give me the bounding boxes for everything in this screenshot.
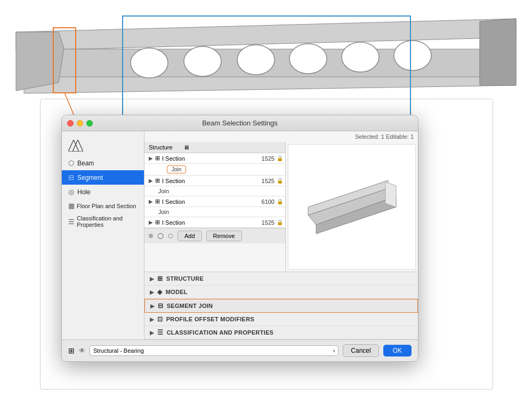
class-icon: ☰ bbox=[68, 218, 75, 226]
join-button-1[interactable]: Join bbox=[167, 165, 186, 173]
dialog: Beam Selection Settings ⬡ Beam ⊟ Segment… bbox=[61, 115, 418, 362]
svg-marker-0 bbox=[16, 19, 516, 51]
model-icon: ◈ bbox=[157, 288, 162, 296]
table-bottom-label: ⬡ bbox=[168, 233, 173, 240]
sidebar-item-segment[interactable]: ⊟ Segment bbox=[62, 170, 144, 185]
table-row-join-3: Join bbox=[144, 207, 285, 217]
i-section-icon-2: ⊞ bbox=[155, 177, 160, 184]
section-classification-props[interactable]: ▶ ☰ CLASSIFICATION AND PROPERTIES bbox=[144, 326, 418, 339]
row-label-2: I Section bbox=[162, 178, 251, 184]
segment-join-icon: ⊟ bbox=[158, 302, 163, 310]
app-logo-icon bbox=[68, 140, 83, 152]
beam-illustration bbox=[16, 19, 516, 93]
lock-icon-1: 🔒 bbox=[277, 155, 283, 161]
svg-point-10 bbox=[394, 41, 431, 70]
join-label-2: Join bbox=[158, 188, 169, 194]
dialog-footer: ⊞ 👁 Structural - Bearing › Cancel OK bbox=[62, 339, 418, 361]
profile-icon: ⊡ bbox=[157, 315, 163, 323]
expand-icon-1: ▶ bbox=[149, 155, 153, 161]
floor-icon: ▦ bbox=[68, 202, 75, 210]
svg-point-5 bbox=[131, 48, 168, 78]
dialog-title: Beam Selection Settings bbox=[202, 119, 278, 127]
maximize-button[interactable] bbox=[86, 120, 93, 126]
profile-expand-icon: ▶ bbox=[150, 316, 154, 322]
classification-icon: ☰ bbox=[157, 329, 163, 336]
chevron-right-icon: › bbox=[333, 347, 335, 354]
table-row-join-1: Join bbox=[144, 164, 285, 176]
i-section-icon-1: ⊞ bbox=[155, 155, 160, 162]
section-model[interactable]: ▶ ◈ MODEL bbox=[144, 286, 418, 299]
svg-marker-11 bbox=[480, 19, 516, 85]
minimize-button[interactable] bbox=[77, 120, 83, 126]
classification-expand-icon: ▶ bbox=[150, 330, 154, 336]
sidebar-item-beam[interactable]: ⬡ Beam bbox=[62, 156, 144, 170]
row-label-1: I Section bbox=[162, 155, 251, 162]
collapsible-sections: ▶ ⊞ STRUCTURE ▶ ◈ MODEL ▶ ⊟ SEGMENT JOIN… bbox=[144, 272, 418, 339]
sidebar: ⬡ Beam ⊟ Segment ◎ Hole ▦ Floor Plan and… bbox=[62, 131, 144, 339]
row-label-4: I Section bbox=[162, 219, 251, 226]
svg-point-9 bbox=[342, 42, 379, 72]
table-header: Structure 🖥 bbox=[144, 142, 285, 153]
table-row-3: ▶ ⊞ I Section 6100 🔒 bbox=[144, 196, 285, 207]
sidebar-item-classification[interactable]: ☰ Classification and Properties bbox=[62, 212, 144, 231]
row-label-3: I Section bbox=[162, 199, 251, 205]
join-label-3: Join bbox=[158, 209, 169, 215]
ok-button[interactable]: OK bbox=[383, 345, 412, 357]
selected-info: Selected: 1 Editable: 1 bbox=[144, 131, 418, 142]
svg-point-6 bbox=[184, 46, 221, 76]
table-row-join-2: Join bbox=[144, 186, 285, 196]
structure-col-header: Structure bbox=[149, 144, 173, 151]
dialog-body: ⬡ Beam ⊟ Segment ◎ Hole ▦ Floor Plan and… bbox=[62, 131, 418, 339]
structure-expand-icon: ▶ bbox=[150, 276, 154, 282]
section-segment-join[interactable]: ▶ ⊟ SEGMENT JOIN bbox=[144, 299, 418, 313]
preview-area bbox=[288, 144, 416, 270]
i-section-icon-3: ⊞ bbox=[155, 198, 160, 205]
sidebar-logo-area bbox=[62, 136, 144, 156]
section-profile-offset[interactable]: ▶ ⊡ PROFILE OFFSET MODIFIERS bbox=[144, 313, 418, 326]
traffic-lights bbox=[67, 120, 93, 126]
beam-icon: ⬡ bbox=[68, 159, 74, 167]
table-row-2: ▶ ⊞ I Section 1525 🔒 bbox=[144, 176, 285, 186]
segment-join-expand-icon: ▶ bbox=[150, 303, 155, 309]
lock-icon-4: 🔒 bbox=[277, 219, 283, 225]
sidebar-item-floor-plan[interactable]: ▦ Floor Plan and Section bbox=[62, 199, 144, 212]
svg-point-7 bbox=[237, 45, 275, 75]
row-value-2: 1525 bbox=[251, 178, 275, 184]
segment-icon: ⊟ bbox=[68, 173, 74, 181]
beam-preview-svg bbox=[303, 172, 401, 242]
table-bottom-bar: ⬡ ⬡ Add Remove bbox=[144, 228, 285, 243]
svg-marker-17 bbox=[385, 182, 396, 207]
cancel-button[interactable]: Cancel bbox=[343, 344, 378, 357]
hole-icon: ◎ bbox=[68, 188, 74, 196]
svg-marker-4 bbox=[480, 19, 516, 85]
table-row-4: ▶ ⊞ I Section 1525 🔒 bbox=[144, 217, 285, 228]
monitor-icon: 🖥 bbox=[183, 144, 189, 151]
svg-point-8 bbox=[289, 44, 327, 74]
lock-icon-2: 🔒 bbox=[277, 178, 283, 184]
dot-indicator bbox=[149, 234, 153, 238]
footer-eye-icon: 👁 bbox=[79, 347, 85, 354]
section-structure[interactable]: ▶ ⊞ STRUCTURE bbox=[144, 272, 418, 286]
row-value-4: 1525 bbox=[251, 219, 275, 226]
row-value-1: 1525 bbox=[251, 155, 275, 162]
table-bottom-icon: ⬡ bbox=[157, 232, 164, 240]
expand-icon-2: ▶ bbox=[149, 178, 153, 184]
model-expand-icon: ▶ bbox=[150, 289, 154, 295]
i-section-icon-4: ⊞ bbox=[155, 219, 160, 226]
svg-rect-2 bbox=[17, 49, 515, 77]
sidebar-item-hole[interactable]: ◎ Hole bbox=[62, 185, 144, 199]
orange-highlight-rect bbox=[53, 28, 76, 93]
add-button[interactable]: Add bbox=[178, 231, 202, 241]
table-row: ▶ ⊞ I Section 1525 🔒 bbox=[144, 153, 285, 164]
main-content: Selected: 1 Editable: 1 Structure 🖥 ▶ ⊞ … bbox=[144, 131, 418, 339]
expand-icon-3: ▶ bbox=[149, 199, 153, 204]
svg-marker-1 bbox=[24, 64, 514, 93]
expand-icon-4: ▶ bbox=[149, 219, 153, 225]
row-value-3: 6100 bbox=[251, 199, 275, 205]
table-section: Structure 🖥 ▶ ⊞ I Section 1525 🔒 Join bbox=[144, 142, 286, 272]
close-button[interactable] bbox=[67, 120, 74, 126]
content-split: Structure 🖥 ▶ ⊞ I Section 1525 🔒 Join bbox=[144, 142, 418, 272]
dialog-titlebar: Beam Selection Settings bbox=[62, 115, 418, 131]
filter-select[interactable]: Structural - Bearing › bbox=[90, 345, 338, 356]
remove-button[interactable]: Remove bbox=[206, 231, 242, 241]
